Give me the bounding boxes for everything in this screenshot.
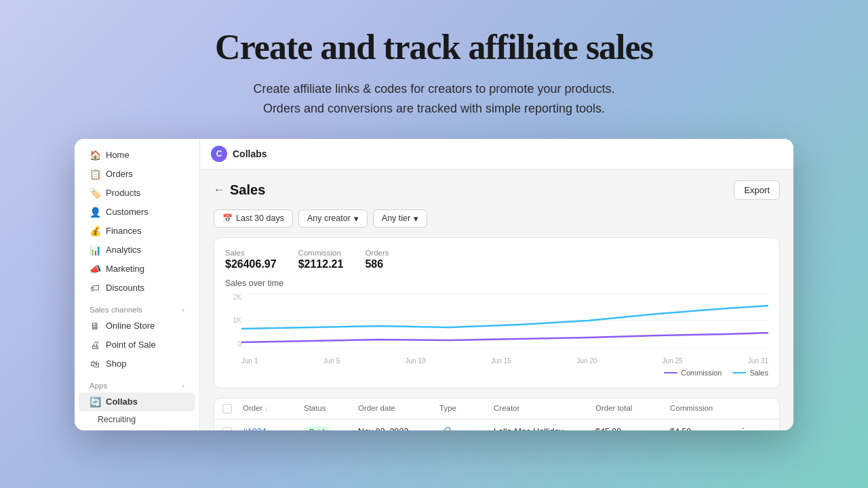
- table-row: #1024 Paid Nov 02, 2023 🔗 Lella-Mae Hall…: [214, 420, 779, 430]
- chevron-down-icon: ▾: [414, 214, 418, 224]
- sidebar-item-label: Finances: [106, 226, 142, 236]
- commission-legend-line: [664, 372, 677, 373]
- creator-filter[interactable]: Any creator ▾: [298, 209, 368, 228]
- orders-stat: Orders 586: [365, 249, 389, 270]
- date-range-filter[interactable]: 📅 Last 30 days: [214, 209, 293, 228]
- chevron-right-icon: ›: [182, 382, 184, 390]
- analytics-icon: 📊: [90, 245, 100, 256]
- sales-stat: Sales $26406.97: [225, 249, 277, 270]
- sales-legend-line: [732, 372, 746, 373]
- topbar: C Collabs: [200, 139, 793, 169]
- sidebar-item-customers[interactable]: 👤 Customers: [79, 203, 195, 222]
- sales-channels-header: Sales channels ›: [79, 300, 195, 317]
- sidebar: 🏠 Home 📋 Orders 🏷️ Products 👤 Customers …: [75, 139, 200, 430]
- chart-title: Sales over time: [225, 279, 768, 288]
- sales-legend: Sales: [732, 369, 768, 377]
- hero-subtitle: Create affiliate links & codes for creat…: [14, 79, 854, 119]
- sales-line: [241, 306, 768, 329]
- row-checkbox: [222, 427, 243, 430]
- calendar-icon: 📅: [222, 214, 233, 223]
- orders-table: Order ↓ Status Order date Type Creator O…: [214, 398, 780, 430]
- sidebar-item-online-store[interactable]: 🖥 Online Store: [79, 317, 195, 336]
- commission-line: [241, 333, 768, 342]
- shop-icon: 🛍: [90, 359, 100, 369]
- link-icon: 🔗: [439, 426, 451, 430]
- header-checkbox: [222, 404, 243, 413]
- page-header: ← Sales Export: [214, 180, 780, 200]
- chevron-down-icon: ▾: [354, 214, 359, 224]
- app-window: 🏠 Home 📋 Orders 🏷️ Products 👤 Customers …: [75, 139, 793, 430]
- chart-svg: [241, 293, 768, 348]
- commission-legend: Commission: [664, 369, 722, 377]
- sidebar-item-finances[interactable]: 💰 Finances: [79, 222, 195, 241]
- online-store-icon: 🖥: [90, 321, 100, 331]
- hero-section: Create and track affiliate sales Create …: [0, 0, 868, 139]
- row-select-checkbox[interactable]: [222, 427, 232, 430]
- sidebar-item-orders[interactable]: 📋 Orders: [79, 165, 195, 184]
- filters-bar: 📅 Last 30 days Any creator ▾ Any tier ▾: [214, 209, 780, 228]
- header-order-date: Order date: [358, 404, 439, 413]
- chart-area: 2K 1K 0: [225, 293, 768, 354]
- apps-header: Apps ›: [79, 376, 195, 392]
- row-order-total: $45.00: [595, 427, 670, 430]
- header-creator: Creator: [494, 404, 595, 413]
- sidebar-sales-channels-section: Sales channels › 🖥 Online Store 🖨 Point …: [75, 300, 199, 373]
- row-order: #1024: [243, 427, 304, 430]
- sidebar-item-label: Home: [106, 150, 130, 160]
- finances-icon: 💰: [90, 226, 100, 237]
- row-more: ⋮: [738, 426, 758, 430]
- sidebar-item-marketing[interactable]: 📣 Marketing: [79, 260, 195, 279]
- point-of-sale-icon: 🖨: [90, 340, 100, 350]
- row-commission: $4.50: [670, 427, 738, 430]
- export-button[interactable]: Export: [734, 180, 780, 200]
- sidebar-item-programs[interactable]: Programs: [79, 428, 195, 430]
- chevron-right-icon: ›: [182, 306, 184, 314]
- sidebar-item-label: Analytics: [106, 245, 141, 255]
- header-type: Type: [439, 404, 494, 413]
- header-status: Status: [304, 404, 358, 413]
- sidebar-item-home[interactable]: 🏠 Home: [79, 146, 195, 165]
- back-button[interactable]: ←: [214, 184, 224, 196]
- select-all-checkbox[interactable]: [222, 404, 232, 413]
- discounts-icon: 🏷: [90, 283, 100, 293]
- tier-filter[interactable]: Any tier ▾: [373, 209, 427, 228]
- sidebar-item-recruiting[interactable]: Recruiting: [79, 411, 195, 428]
- sidebar-item-collabs[interactable]: 🔄 Collabs: [79, 392, 195, 411]
- sort-icon: ↓: [265, 405, 269, 412]
- chart-xaxis: Jun 1 Jun 5 Jun 10 Jun 15 Jun 20 Jun 25 …: [225, 357, 768, 365]
- sidebar-item-label: Orders: [106, 169, 133, 179]
- header-order: Order ↓: [243, 404, 304, 413]
- more-options-icon[interactable]: ⋮: [738, 426, 749, 430]
- commission-stat: Commission $2112.21: [298, 249, 344, 270]
- chart-card: Sales $26406.97 Commission $2112.21 Orde…: [214, 237, 780, 388]
- row-creator: Lella-Mae Halliday: [494, 427, 595, 430]
- app-logo: C: [211, 146, 227, 162]
- sidebar-item-label: Online Store: [106, 321, 155, 331]
- chart-yaxis: 2K 1K 0: [225, 293, 241, 348]
- sidebar-item-shop[interactable]: 🛍 Shop: [79, 354, 195, 373]
- sidebar-item-point-of-sale[interactable]: 🖨 Point of Sale: [79, 336, 195, 354]
- page-title-row: ← Sales: [214, 182, 265, 198]
- header-order-total: Order total: [595, 404, 670, 413]
- sidebar-nav-section: 🏠 Home 📋 Orders 🏷️ Products 👤 Customers …: [75, 146, 199, 298]
- sidebar-item-label: Point of Sale: [106, 340, 156, 350]
- sidebar-item-label: Customers: [106, 207, 149, 217]
- sidebar-item-products[interactable]: 🏷️ Products: [79, 184, 195, 203]
- sidebar-item-analytics[interactable]: 📊 Analytics: [79, 241, 195, 260]
- row-type: 🔗: [439, 426, 494, 430]
- collabs-icon: 🔄: [90, 396, 100, 407]
- header-actions: [738, 404, 758, 413]
- header-commission: Commission: [670, 404, 738, 413]
- customers-icon: 👤: [90, 207, 100, 218]
- chart-legend: Commission Sales: [225, 369, 768, 377]
- sidebar-item-label: Collabs: [106, 396, 138, 407]
- page-title: Sales: [230, 182, 265, 198]
- sidebar-apps-section: Apps › 🔄 Collabs Recruiting Programs Con…: [75, 376, 199, 430]
- chart-stats: Sales $26406.97 Commission $2112.21 Orde…: [225, 249, 768, 270]
- content-area: ← Sales Export 📅 Last 30 days Any creato…: [200, 169, 793, 430]
- row-order-date: Nov 02, 2023: [358, 427, 439, 430]
- home-icon: 🏠: [90, 150, 100, 161]
- sidebar-item-label: Discounts: [106, 283, 144, 293]
- marketing-icon: 📣: [90, 264, 100, 274]
- sidebar-item-discounts[interactable]: 🏷 Discounts: [79, 279, 195, 298]
